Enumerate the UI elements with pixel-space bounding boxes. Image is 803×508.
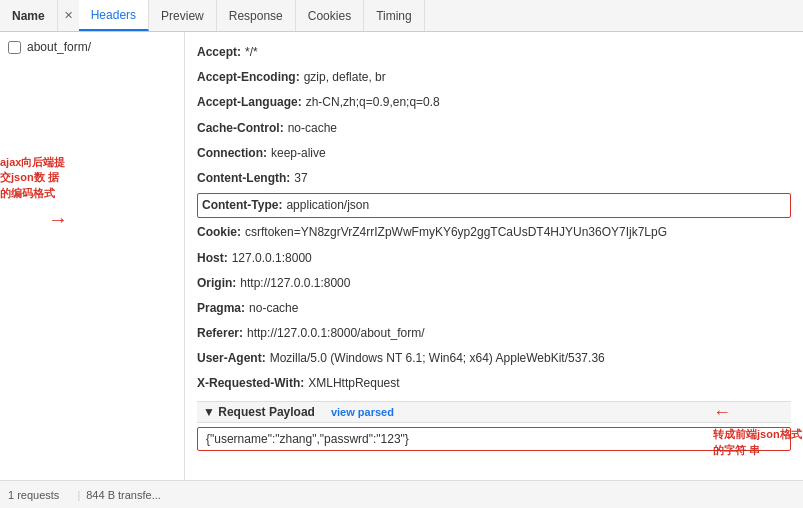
header-row: Referer: http://127.0.0.1:8000/about_for…	[197, 321, 791, 346]
header-row: Accept-Encoding: gzip, deflate, br	[197, 65, 791, 90]
tab-response[interactable]: Response	[217, 0, 296, 31]
header-name: Referer:	[197, 324, 243, 343]
right-annotation: ← 转成前端json格式的字符 串	[713, 400, 803, 458]
header-row: Accept-Language: zh-CN,zh;q=0.9,en;q=0.8	[197, 90, 791, 115]
header-row: Pragma: no-cache	[197, 296, 791, 321]
header-row: User-Agent: Mozilla/5.0 (Windows NT 6.1;…	[197, 346, 791, 371]
header-value: csrftoken=YN8zgrVrZ4rrIZpWwFmyKY6yp2ggTC…	[245, 223, 667, 242]
arrow-right-icon: →	[0, 205, 68, 233]
header-row: Accept: */*	[197, 40, 791, 65]
transferred-size: 844 B transfe...	[86, 489, 161, 501]
arrow-left-icon: ←	[713, 400, 803, 425]
header-value: Mozilla/5.0 (Windows NT 6.1; Win64; x64)…	[270, 349, 605, 368]
header-value: */*	[245, 43, 258, 62]
sidebar-item-about-form[interactable]: about_form/	[0, 36, 184, 58]
tab-close-icon[interactable]: ✕	[58, 9, 79, 22]
header-value: http://127.0.0.1:8000/about_form/	[247, 324, 424, 343]
tab-name[interactable]: Name	[0, 0, 58, 31]
requests-count: 1 requests	[8, 489, 59, 501]
view-parsed-link[interactable]: view parsed	[331, 406, 394, 418]
header-value: XMLHttpRequest	[308, 374, 399, 393]
tab-cookies[interactable]: Cookies	[296, 0, 364, 31]
header-value: http://127.0.0.1:8000	[240, 274, 350, 293]
header-name: Connection:	[197, 144, 267, 163]
tab-bar: Name ✕ Headers Preview Response Cookies …	[0, 0, 803, 32]
headers-list: Accept: */*Accept-Encoding: gzip, deflat…	[197, 40, 791, 397]
header-value: 37	[294, 169, 307, 188]
header-row: Cache-Control: no-cache	[197, 116, 791, 141]
status-bar: 1 requests | 844 B transfe...	[0, 480, 803, 508]
header-row: X-Requested-With: XMLHttpRequest	[197, 371, 791, 396]
cookie-value: csrftoken=YN8zgrVrZ4rrIZpWwFmyKY6yp2ggTC…	[245, 223, 667, 242]
header-value: no-cache	[288, 119, 337, 138]
header-value: keep-alive	[271, 144, 326, 163]
header-name: Cache-Control:	[197, 119, 284, 138]
header-name: Cookie:	[197, 223, 241, 242]
header-name: Accept-Language:	[197, 93, 302, 112]
tab-timing[interactable]: Timing	[364, 0, 425, 31]
header-name: Accept:	[197, 43, 241, 62]
tab-preview[interactable]: Preview	[149, 0, 217, 31]
header-row: Connection: keep-alive	[197, 141, 791, 166]
header-name: Accept-Encoding:	[197, 68, 300, 87]
header-name: X-Requested-With:	[197, 374, 304, 393]
header-value: 127.0.0.1:8000	[232, 249, 312, 268]
header-name: Origin:	[197, 274, 236, 293]
header-name: Content-Length:	[197, 169, 290, 188]
header-value: no-cache	[249, 299, 298, 318]
header-name: Host:	[197, 249, 228, 268]
header-row: Content-Type: application/json	[197, 193, 791, 218]
header-row: Origin: http://127.0.0.1:8000	[197, 271, 791, 296]
header-row: Content-Length: 37	[197, 166, 791, 191]
headers-panel: Accept: */*Accept-Encoding: gzip, deflat…	[185, 32, 803, 480]
header-value: gzip, deflate, br	[304, 68, 386, 87]
header-value: application/json	[286, 196, 369, 215]
payload-content: {"username":"zhang","passwrd":"123"}	[197, 427, 791, 451]
header-row: Cookie:csrftoken=YN8zgrVrZ4rrIZpWwFmyKY6…	[197, 220, 791, 245]
header-name: Content-Type:	[202, 196, 282, 215]
request-payload-section: ▼ Request Payload view parsed	[197, 401, 791, 423]
left-annotation: ajax向后端提交json数 据的编码格式 →	[0, 155, 68, 233]
header-row: Host: 127.0.0.1:8000	[197, 246, 791, 271]
sidebar: about_form/	[0, 32, 185, 480]
sidebar-item-checkbox[interactable]	[8, 41, 21, 54]
request-payload-label: ▼ Request Payload	[203, 405, 315, 419]
header-name: User-Agent:	[197, 349, 266, 368]
header-value: zh-CN,zh;q=0.9,en;q=0.8	[306, 93, 440, 112]
tab-headers[interactable]: Headers	[79, 0, 149, 31]
header-name: Pragma:	[197, 299, 245, 318]
